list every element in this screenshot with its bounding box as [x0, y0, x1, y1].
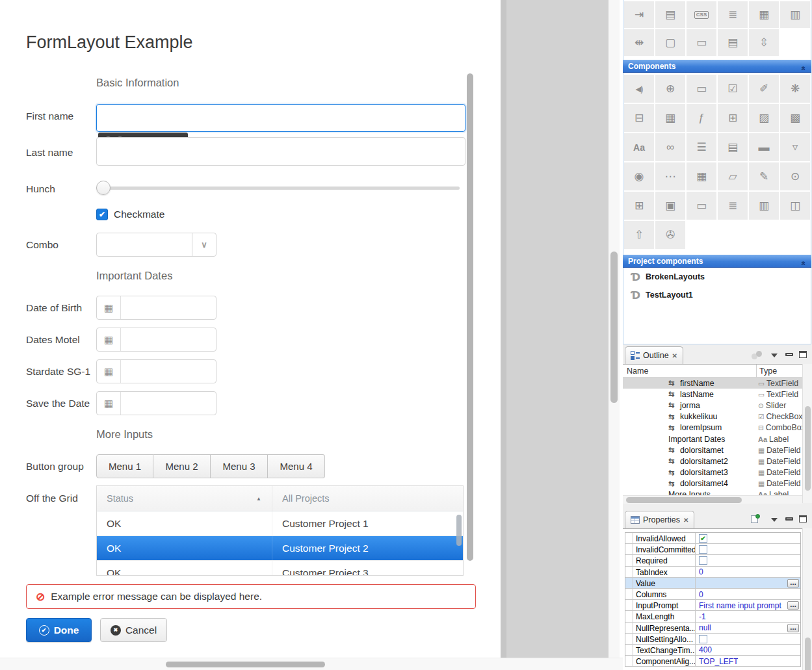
minimize-icon[interactable]: [785, 517, 793, 521]
property-checkbox[interactable]: [699, 635, 707, 643]
native-button-palette-item[interactable]: ▬: [749, 133, 779, 161]
outline-vscrollbar[interactable]: [802, 364, 812, 503]
outline-type-column-header[interactable]: Type: [759, 367, 777, 376]
rich-text-area-palette-item[interactable]: ✎: [749, 162, 779, 190]
property-value-cell[interactable]: null…: [696, 623, 800, 633]
password-field-palette-item[interactable]: ⋯: [655, 162, 685, 190]
cancel-button[interactable]: ✖ Cancel: [100, 618, 167, 642]
property-row[interactable]: NullRepresenta...null…: [625, 623, 800, 634]
hunch-slider-track[interactable]: [96, 187, 460, 190]
panel-layout-palette-item[interactable]: ▢: [655, 29, 685, 56]
property-value-cell[interactable]: 400: [696, 645, 800, 655]
editor-hscrollbar[interactable]: [0, 658, 623, 670]
tab-sheet-palette-item[interactable]: ▭: [687, 29, 716, 56]
tab-properties[interactable]: Properties ✕: [625, 511, 694, 528]
property-row[interactable]: InvalidCommitted: [625, 544, 800, 555]
vertical-layout-palette-item[interactable]: ▤: [718, 29, 748, 56]
form-scrollbar[interactable]: [467, 73, 473, 561]
slider-palette-item[interactable]: ⊙: [780, 162, 810, 190]
property-row[interactable]: Columns0: [625, 589, 800, 600]
outline-vscrollbar-thumb[interactable]: [805, 406, 811, 491]
inline-date-field-palette-item[interactable]: ▩: [780, 104, 810, 132]
date-field[interactable]: ▦: [96, 391, 216, 415]
property-value-cell[interactable]: 0: [696, 589, 800, 599]
horizontal-layout-palette-item[interactable]: ▥: [780, 1, 810, 28]
first-name-input[interactable]: [96, 104, 465, 132]
property-row[interactable]: InputPromptFirst name input prompt…: [625, 600, 800, 611]
close-icon[interactable]: ✕: [672, 352, 677, 359]
calendar-icon[interactable]: ▦: [97, 296, 121, 319]
property-checkbox[interactable]: [699, 545, 707, 554]
editor-hscrollbar-thumb[interactable]: [166, 662, 325, 667]
property-value-cell[interactable]: [696, 544, 800, 554]
outline-row[interactable]: Important DatesAaLabel: [623, 433, 802, 445]
date-field[interactable]: ▦: [96, 328, 216, 352]
combo-box[interactable]: ∨: [96, 233, 216, 257]
text-field-palette-item[interactable]: ▭: [687, 192, 716, 220]
calendar-icon[interactable]: ▦: [97, 328, 121, 351]
project-components-section-header[interactable]: Project components «: [623, 255, 811, 268]
table-column-header[interactable]: All Projects: [272, 486, 463, 511]
done-button[interactable]: ✔ Done: [26, 618, 92, 642]
table-palette-item[interactable]: ⊞: [624, 192, 654, 220]
date-field[interactable]: ▦: [96, 359, 216, 383]
tree-palette-item[interactable]: ≣: [718, 192, 748, 220]
property-checkbox[interactable]: [699, 556, 707, 565]
link-with-editor-icon[interactable]: [752, 351, 765, 360]
outline-row[interactable]: ⇆kukkelikuu☑CheckBox: [623, 411, 802, 422]
property-value-cell[interactable]: …: [696, 578, 800, 588]
outline-name-column-header[interactable]: Name: [627, 367, 648, 376]
calendar-icon[interactable]: ▦: [97, 392, 121, 415]
browser-frame-palette-item[interactable]: ⊕: [655, 75, 685, 103]
outline-row[interactable]: ⇆jorma⊙Slider: [623, 400, 802, 411]
property-ellipsis-button[interactable]: …: [787, 624, 799, 632]
property-row[interactable]: MaxLength-1: [625, 611, 800, 622]
outline-hscrollbar-thumb[interactable]: [626, 497, 742, 503]
outline-row[interactable]: ⇆dolorsitamet2▦DateField: [623, 456, 802, 467]
table-row[interactable]: OKCustomer Project 1: [97, 511, 463, 536]
table-row[interactable]: OKCustomer Project 2: [97, 536, 463, 561]
combo-box-palette-item[interactable]: ⊟: [624, 104, 654, 132]
outline-row[interactable]: ⇆firstName▭TextField: [623, 378, 802, 389]
outline-row[interactable]: ⇆lastName▭TextField: [623, 389, 802, 400]
date-field-palette-item[interactable]: ▦: [655, 104, 685, 132]
design-canvas[interactable]: FormLayout Example Basic Information Fir…: [0, 0, 501, 658]
outline-row[interactable]: ⇆loremIpsum⊟ComboBox: [623, 422, 802, 433]
properties-vscrollbar-thumb[interactable]: [805, 638, 811, 670]
outline-row[interactable]: ⇆dolorsitamet3▦DateField: [623, 467, 802, 478]
property-checkbox[interactable]: ✔: [699, 534, 707, 543]
project-component-item[interactable]: ƊBrokenLayouts: [623, 268, 811, 286]
collapse-chevron-icon[interactable]: «: [798, 261, 811, 266]
embedded-flash-palette-item[interactable]: ƒ: [687, 104, 716, 132]
table-row[interactable]: OKCustomer Project 3: [97, 561, 463, 576]
label-palette-item[interactable]: Aa: [624, 133, 654, 161]
menu-bar-palette-item[interactable]: ▤: [718, 133, 748, 161]
palette-palette-item[interactable]: ❋: [780, 75, 810, 103]
upload-palette-item[interactable]: ⇧: [624, 221, 654, 249]
property-ellipsis-button[interactable]: …: [787, 579, 799, 587]
image-palette-item[interactable]: ▨: [749, 104, 779, 132]
tree-table-palette-item[interactable]: ▥: [749, 192, 779, 220]
form-layout-palette-item[interactable]: ≣: [718, 1, 748, 28]
menu-button[interactable]: Menu 3: [211, 454, 268, 478]
property-row[interactable]: ComponentAlig...TOP_LEFT: [625, 656, 800, 667]
property-value-cell[interactable]: First name input prompt…: [696, 600, 800, 610]
property-value-cell[interactable]: [696, 634, 800, 644]
list-select-palette-item[interactable]: ☰: [687, 133, 716, 161]
column-separator[interactable]: [756, 365, 757, 378]
hunch-slider-handle[interactable]: [96, 181, 111, 195]
menu-button[interactable]: Menu 1: [96, 454, 153, 478]
property-row[interactable]: NullSettingAllo...: [625, 634, 800, 645]
property-value-cell[interactable]: 0: [696, 567, 800, 577]
table-scrollbar[interactable]: [456, 515, 462, 546]
chevron-down-icon[interactable]: ∨: [192, 233, 216, 256]
property-row[interactable]: TextChangeTim...400: [625, 645, 800, 656]
minimize-icon[interactable]: [785, 353, 793, 356]
outline-row[interactable]: ⇆dolorsitamet4▦DateField: [623, 478, 802, 489]
property-ellipsis-button[interactable]: …: [787, 601, 799, 610]
popup-date-field-palette-item[interactable]: ▦: [687, 162, 716, 190]
date-field[interactable]: ▦: [96, 296, 216, 320]
properties-vscrollbar[interactable]: [802, 528, 812, 670]
table-column-header[interactable]: Status▲: [97, 486, 272, 511]
grid-palette-item[interactable]: ⊞: [718, 104, 748, 132]
